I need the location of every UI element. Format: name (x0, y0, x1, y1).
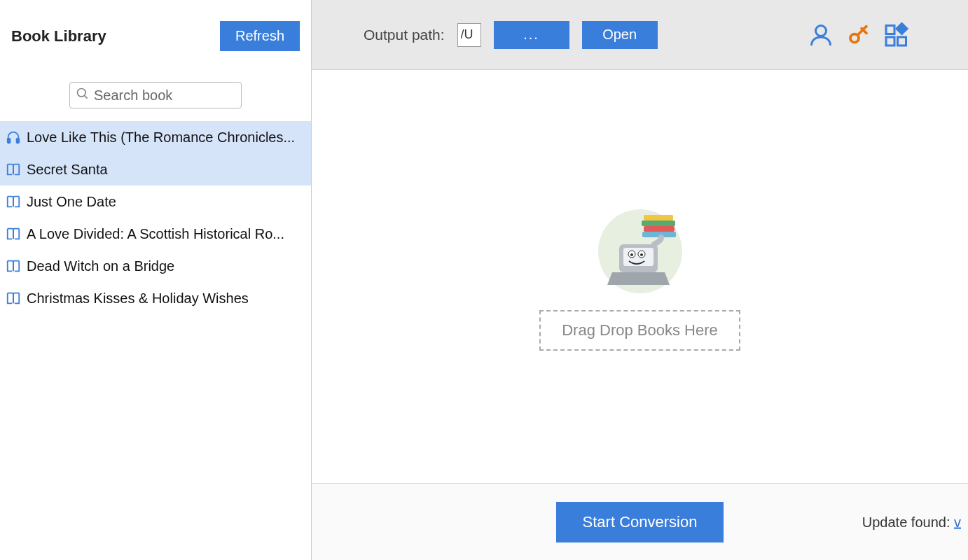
main-area: Output path: ... Open (312, 0, 968, 560)
sidebar: Book Library Refresh Love Like This (The… (0, 0, 312, 560)
book-icon (6, 290, 21, 306)
book-item[interactable]: Christmas Kisses & Holiday Wishes (0, 282, 311, 314)
svg-point-20 (640, 253, 643, 256)
book-icon (6, 258, 21, 274)
svg-marker-21 (607, 272, 670, 285)
book-item[interactable]: A Love Divided: A Scottish Historical Ro… (0, 218, 311, 250)
book-icon (6, 162, 21, 177)
svg-point-5 (850, 34, 859, 42)
laptop-books-illustration (591, 202, 689, 300)
output-path-input[interactable] (457, 23, 481, 47)
svg-rect-6 (886, 25, 894, 34)
svg-point-19 (630, 253, 633, 256)
svg-marker-9 (897, 23, 907, 34)
svg-rect-8 (898, 37, 906, 46)
search-icon (76, 87, 90, 104)
drop-zone[interactable]: Drag Drop Books Here (539, 310, 740, 351)
svg-line-1 (85, 96, 88, 99)
book-icon (6, 194, 21, 209)
apps-icon[interactable] (884, 22, 909, 48)
book-item[interactable]: Dead Witch on a Bridge (0, 250, 311, 282)
sidebar-header: Book Library Refresh (0, 0, 311, 62)
book-item[interactable]: Secret Santa (0, 153, 311, 186)
svg-rect-3 (17, 139, 20, 143)
headphones-icon (6, 130, 21, 145)
book-list: Love Like This (The Romance Chronicles..… (0, 121, 311, 560)
search-container (0, 62, 311, 121)
open-button[interactable]: Open (582, 21, 658, 49)
svg-point-4 (816, 25, 827, 36)
footer: Start Conversion Update found: v (312, 483, 968, 560)
book-icon (6, 226, 21, 241)
svg-rect-12 (642, 220, 675, 226)
content-area: Drag Drop Books Here (312, 70, 968, 483)
svg-rect-2 (8, 139, 11, 143)
book-title: A Love Divided: A Scottish Historical Ro… (27, 226, 284, 242)
key-icon[interactable] (846, 22, 871, 48)
svg-rect-7 (886, 37, 894, 46)
toolbar: Output path: ... Open (312, 0, 968, 70)
book-title: Christmas Kisses & Holiday Wishes (27, 290, 249, 307)
search-input[interactable] (94, 88, 235, 104)
browse-button[interactable]: ... (494, 21, 569, 49)
update-label: Update found: (862, 514, 954, 529)
book-title: Secret Santa (27, 162, 108, 178)
search-box[interactable] (69, 82, 242, 108)
svg-rect-13 (644, 226, 675, 232)
sidebar-title: Book Library (11, 27, 106, 46)
output-path-label: Output path: (364, 27, 445, 43)
svg-point-0 (78, 89, 86, 97)
user-icon[interactable] (808, 22, 834, 48)
book-title: Dead Witch on a Bridge (27, 258, 174, 274)
svg-rect-11 (644, 215, 673, 220)
book-title: Just One Date (27, 194, 116, 210)
update-notice: Update found: v (862, 514, 961, 530)
start-conversion-button[interactable]: Start Conversion (556, 502, 724, 542)
book-title: Love Like This (The Romance Chronicles..… (27, 130, 295, 146)
update-link[interactable]: v (954, 514, 961, 529)
book-item[interactable]: Love Like This (The Romance Chronicles..… (0, 121, 311, 153)
book-item[interactable]: Just One Date (0, 186, 311, 218)
toolbar-icons (808, 22, 909, 48)
refresh-button[interactable]: Refresh (220, 21, 300, 51)
